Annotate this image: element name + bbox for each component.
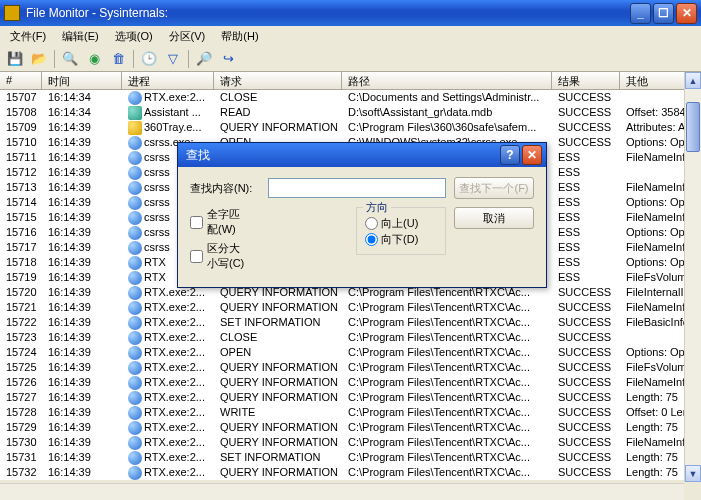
find-content-input[interactable]	[268, 178, 446, 198]
process-icon	[128, 226, 142, 240]
clock-icon[interactable]: 🕒	[140, 50, 158, 68]
table-row[interactable]: 1572216:14:39RTX.exe:2...SET INFORMATION…	[0, 315, 701, 330]
table-row[interactable]: 1572716:14:39RTX.exe:2...QUERY INFORMATI…	[0, 390, 701, 405]
cell-id: 15721	[0, 300, 42, 315]
cell-id: 15727	[0, 390, 42, 405]
autoscroll-icon[interactable]: ◉	[85, 50, 103, 68]
process-icon	[128, 211, 142, 225]
capture-icon[interactable]: 🔍	[61, 50, 79, 68]
cell-id: 15730	[0, 435, 42, 450]
cell-result: ESS	[552, 150, 620, 165]
cell-request: OPEN	[214, 345, 342, 360]
maximize-button[interactable]: ☐	[653, 3, 674, 24]
table-row[interactable]: 1572816:14:39RTX.exe:2...WRITEC:\Program…	[0, 405, 701, 420]
toolbar: 💾 📂 🔍 ◉ 🗑 🕒 ▽ 🔎 ↪	[0, 46, 701, 72]
table-row[interactable]: 1572616:14:39RTX.exe:2...QUERY INFORMATI…	[0, 375, 701, 390]
find-icon[interactable]: 🔎	[195, 50, 213, 68]
cell-result: ESS	[552, 195, 620, 210]
find-next-button[interactable]: 查找下一个(F)	[454, 177, 534, 199]
table-row[interactable]: 1570716:14:34RTX.exe:2...CLOSEC:\Documen…	[0, 90, 701, 105]
cell-path: C:\Program Files\Tencent\RTXC\Ac...	[342, 300, 552, 315]
table-row[interactable]: 1572116:14:39RTX.exe:2...QUERY INFORMATI…	[0, 300, 701, 315]
open-icon[interactable]: 📂	[30, 50, 48, 68]
window-titlebar[interactable]: File Monitor - Sysinternals: _ ☐ ✕	[0, 0, 701, 26]
cell-request: SET INFORMATION	[214, 450, 342, 465]
minimize-button[interactable]: _	[630, 3, 651, 24]
header-process[interactable]: 进程	[122, 72, 214, 89]
cell-time: 16:14:34	[42, 105, 122, 120]
clear-icon[interactable]: 🗑	[109, 50, 127, 68]
table-row[interactable]: 1572316:14:39RTX.exe:2...CLOSEC:\Program…	[0, 330, 701, 345]
cell-time: 16:14:39	[42, 420, 122, 435]
table-row[interactable]: 1573216:14:39RTX.exe:2...QUERY INFORMATI…	[0, 465, 701, 480]
cell-path: C:\Program Files\Tencent\RTXC\Ac...	[342, 330, 552, 345]
save-icon[interactable]: 💾	[6, 50, 24, 68]
cell-request: QUERY INFORMATION	[214, 300, 342, 315]
cell-time: 16:14:39	[42, 165, 122, 180]
cell-time: 16:14:34	[42, 90, 122, 105]
scroll-thumb[interactable]	[686, 102, 700, 152]
cell-result: ESS	[552, 255, 620, 270]
match-case-checkbox[interactable]	[190, 250, 203, 263]
cell-path: C:\Program Files\Tencent\RTXC\Ac...	[342, 450, 552, 465]
jump-icon[interactable]: ↪	[219, 50, 237, 68]
close-button[interactable]: ✕	[676, 3, 697, 24]
table-row[interactable]: 1573116:14:39RTX.exe:2...SET INFORMATION…	[0, 450, 701, 465]
direction-down-radio[interactable]	[365, 233, 378, 246]
process-icon	[128, 256, 142, 270]
table-row[interactable]: 1573016:14:39RTX.exe:2...QUERY INFORMATI…	[0, 435, 701, 450]
dialog-titlebar[interactable]: 查找 ? ✕	[178, 143, 546, 167]
header-result[interactable]: 结果	[552, 72, 620, 89]
cell-result: SUCCESS	[552, 375, 620, 390]
cell-id: 15714	[0, 195, 42, 210]
header-path[interactable]: 路径	[342, 72, 552, 89]
table-row[interactable]: 1570916:14:39360Tray.e...QUERY INFORMATI…	[0, 120, 701, 135]
cell-result: SUCCESS	[552, 105, 620, 120]
header-request[interactable]: 请求	[214, 72, 342, 89]
process-icon	[128, 301, 142, 315]
header-id[interactable]: #	[0, 72, 42, 89]
process-icon	[128, 166, 142, 180]
cell-time: 16:14:39	[42, 300, 122, 315]
cell-id: 15719	[0, 270, 42, 285]
header-time[interactable]: 时间	[42, 72, 122, 89]
cell-id: 15710	[0, 135, 42, 150]
dialog-close-button[interactable]: ✕	[522, 145, 542, 165]
cell-path: C:\Program Files\Tencent\RTXC\Ac...	[342, 390, 552, 405]
table-row[interactable]: 1570816:14:34Assistant ...READD:\soft\As…	[0, 105, 701, 120]
cell-process: RTX.exe:2...	[122, 450, 214, 465]
menu-edit[interactable]: 编辑(E)	[56, 27, 105, 46]
cell-time: 16:14:39	[42, 345, 122, 360]
process-icon	[128, 136, 142, 150]
horizontal-scrollbar[interactable]	[0, 483, 684, 500]
cell-time: 16:14:39	[42, 225, 122, 240]
cell-request: WRITE	[214, 405, 342, 420]
cancel-button[interactable]: 取消	[454, 207, 534, 229]
cell-id: 15732	[0, 465, 42, 480]
scroll-down-arrow[interactable]: ▼	[685, 465, 701, 482]
direction-up-radio[interactable]	[365, 217, 378, 230]
process-icon	[128, 451, 142, 465]
filter-icon[interactable]: ▽	[164, 50, 182, 68]
table-row[interactable]: 1572516:14:39RTX.exe:2...QUERY INFORMATI…	[0, 360, 701, 375]
cell-time: 16:14:39	[42, 150, 122, 165]
process-icon	[128, 106, 142, 120]
whole-word-checkbox[interactable]	[190, 216, 203, 229]
table-row[interactable]: 1572916:14:39RTX.exe:2...QUERY INFORMATI…	[0, 420, 701, 435]
menu-volume[interactable]: 分区(V)	[163, 27, 212, 46]
menu-options[interactable]: 选项(O)	[109, 27, 159, 46]
window-title: File Monitor - Sysinternals:	[24, 6, 630, 20]
vertical-scrollbar[interactable]: ▲ ▼	[684, 72, 701, 482]
table-row[interactable]: 1572416:14:39RTX.exe:2...OPENC:\Program …	[0, 345, 701, 360]
cell-time: 16:14:39	[42, 255, 122, 270]
menu-help[interactable]: 帮助(H)	[215, 27, 264, 46]
process-icon	[128, 121, 142, 135]
cell-request: CLOSE	[214, 90, 342, 105]
menu-file[interactable]: 文件(F)	[4, 27, 52, 46]
cell-process: RTX.exe:2...	[122, 315, 214, 330]
cell-result: SUCCESS	[552, 420, 620, 435]
cell-process: RTX.exe:2...	[122, 420, 214, 435]
dialog-help-button[interactable]: ?	[500, 145, 520, 165]
cell-time: 16:14:39	[42, 120, 122, 135]
scroll-up-arrow[interactable]: ▲	[685, 72, 701, 89]
